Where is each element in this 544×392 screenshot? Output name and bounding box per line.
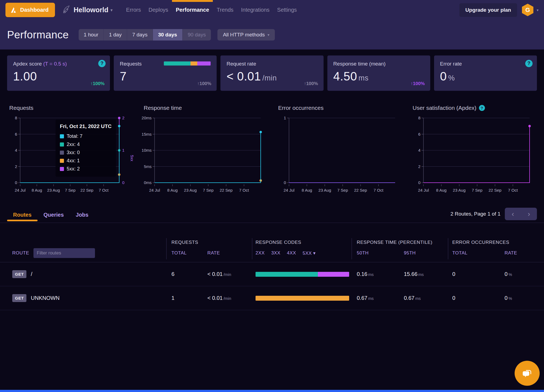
chart-title: Requests	[7, 104, 134, 111]
route-link[interactable]: UNKNOWN	[31, 295, 60, 301]
help-icon[interactable]: ?	[525, 60, 533, 67]
help-icon[interactable]: ?	[479, 105, 485, 111]
range-7-days[interactable]: 7 days	[127, 29, 153, 41]
svg-text:4: 4	[418, 148, 420, 153]
chat-button[interactable]	[515, 361, 540, 386]
svg-text:0: 0	[284, 180, 286, 185]
legend-swatch	[60, 159, 64, 163]
svg-text:23 Aug: 23 Aug	[184, 188, 197, 192]
upgrade-plan-button[interactable]: Upgrade your plan	[459, 3, 517, 17]
range-90-days[interactable]: 90 days	[183, 29, 211, 41]
chart-title: User satisfaction (Apdex) ?	[410, 104, 537, 111]
col-5xx-dropdown[interactable]: 5XX ▾	[303, 250, 316, 256]
svg-text:10ms: 10ms	[142, 148, 152, 153]
range-1-hour[interactable]: 1 hour	[79, 29, 104, 41]
svg-text:0: 0	[122, 180, 124, 185]
card-label: Request rate	[226, 61, 317, 67]
card-error-rate: Error rate 0% ?	[434, 55, 537, 91]
svg-text:7 Sep: 7 Sep	[472, 188, 482, 192]
svg-text:8 Aug: 8 Aug	[302, 188, 312, 192]
column-divider	[166, 238, 167, 259]
cell-50th: 0.16	[357, 271, 367, 277]
card-unit: /min	[262, 74, 277, 82]
bottom-accent-bar	[0, 390, 544, 392]
svg-text:8: 8	[15, 116, 17, 120]
delta-badge: ↑100%	[411, 81, 425, 86]
feather-icon	[62, 5, 70, 15]
response-codes-bar	[256, 272, 349, 277]
tooltip-row: 5xx: 2	[60, 165, 112, 173]
svg-text:20ms: 20ms	[142, 116, 152, 120]
svg-text:1: 1	[122, 148, 124, 153]
tab-jobs[interactable]: Jobs	[70, 210, 94, 221]
help-icon[interactable]: ?	[98, 60, 106, 67]
tabs-row: Routes Queries Jobs 2 Routes, Page 1 of …	[0, 210, 544, 221]
cell-err-total: 0	[452, 295, 505, 301]
svg-text:15ms: 15ms	[142, 132, 152, 136]
range-30-days[interactable]: 30 days	[153, 29, 183, 41]
nav-item-settings[interactable]: Settings	[273, 0, 300, 20]
card-label-note: (T = 0.5 s)	[43, 61, 67, 67]
nav-item-performance[interactable]: Performance	[172, 0, 213, 20]
app-switcher[interactable]: Helloworld ▾	[73, 6, 112, 14]
apdex-chart-canvas[interactable]: 8642024 Jul8 Aug23 Aug7 Sep22 Sep7 Oct	[410, 114, 537, 196]
delta-badge: ↑100%	[304, 81, 318, 86]
cell-rate: < 0.01	[207, 271, 223, 277]
http-methods-dropdown[interactable]: All HTTP methods ▾	[217, 29, 275, 41]
chart-user-satisfaction: User satisfaction (Apdex) ? 8642024 Jul8…	[410, 104, 537, 196]
nav-item-errors[interactable]: Errors	[122, 0, 145, 20]
cell-50th: 0.67	[357, 295, 367, 301]
http-methods-label: All HTTP methods	[223, 32, 265, 38]
cell-err-rate: 0	[505, 295, 508, 301]
charts-row: Requests 8642024 Jul8 Aug23 Aug7 Sep22 S…	[0, 104, 544, 196]
filter-routes-input[interactable]	[33, 248, 95, 258]
svg-text:1: 1	[284, 116, 286, 120]
group-header-response-time: RESPONSE TIME (PERCENTILE)	[357, 240, 452, 245]
cell-total: 1	[171, 295, 207, 301]
svg-text:2: 2	[122, 116, 124, 120]
svg-text:7 Oct: 7 Oct	[239, 188, 249, 192]
response-time-chart-canvas[interactable]: 20ms15ms10ms5ms0ms24 Jul8 Aug23 Aug7 Sep…	[142, 114, 268, 196]
metric-cards: Apdex score (T = 0.5 s) 1.00 ↑100% ? Req…	[7, 55, 537, 91]
table-row: GET UNKNOWN 1 < 0.01/min 0.67ms 0.67ms 0…	[0, 286, 544, 310]
route-link[interactable]: /	[31, 271, 32, 277]
nav-item-trends[interactable]: Trends	[213, 0, 237, 20]
next-page-button[interactable]: ›	[521, 208, 537, 220]
range-1-day[interactable]: 1 day	[104, 29, 127, 41]
tab-queries[interactable]: Queries	[38, 210, 70, 221]
svg-text:5ms: 5ms	[144, 164, 152, 169]
avatar[interactable]: G	[522, 4, 533, 16]
main-nav: Errors Deploys Performance Trends Integr…	[122, 0, 300, 20]
col-3xx: 3XX	[271, 250, 281, 256]
table-row: GET / 6 < 0.01/min 0.16ms 15.66ms 0 0%	[0, 262, 544, 286]
dashboard-button-label: Dashboard	[20, 7, 48, 13]
account-chevron-down-icon[interactable]: ▾	[537, 8, 539, 12]
col-err-rate: RATE	[505, 250, 544, 256]
cell-95th: 15.66	[404, 271, 417, 277]
delta-badge: ↑100%	[197, 81, 211, 86]
col-rate: RATE	[207, 250, 256, 256]
svg-text:0: 0	[418, 180, 420, 185]
chart-error-occurrences: Error occurrences 1024 Jul8 Aug23 Aug7 S…	[276, 104, 402, 196]
svg-text:24 Jul: 24 Jul	[284, 188, 294, 192]
cell-err-total: 0	[452, 271, 505, 277]
nav-item-deploys[interactable]: Deploys	[145, 0, 172, 20]
error-occurrences-chart-canvas[interactable]: 1024 Jul8 Aug23 Aug7 Sep22 Sep7 Oct	[276, 114, 402, 196]
status-code-mini-bar	[164, 61, 211, 66]
svg-text:8: 8	[418, 116, 420, 120]
response-codes-bar	[256, 296, 349, 301]
col-err-total: TOTAL	[452, 250, 505, 256]
col-total: TOTAL	[171, 250, 207, 256]
col-4xx: 4XX	[287, 250, 296, 256]
chart-title: Response time	[142, 104, 268, 111]
nav-item-integrations[interactable]: Integrations	[237, 0, 273, 20]
app-name: Helloworld	[73, 6, 108, 14]
group-header-requests: REQUESTS	[171, 240, 256, 245]
dashboard-button[interactable]: Dashboard	[5, 3, 55, 17]
legend-swatch	[60, 134, 64, 138]
svg-text:4: 4	[15, 148, 17, 153]
prev-page-button[interactable]: ‹	[505, 208, 521, 220]
svg-text:22 Sep: 22 Sep	[81, 188, 94, 192]
tab-routes[interactable]: Routes	[7, 210, 38, 221]
tooltip-row: Total: 7	[60, 132, 112, 140]
